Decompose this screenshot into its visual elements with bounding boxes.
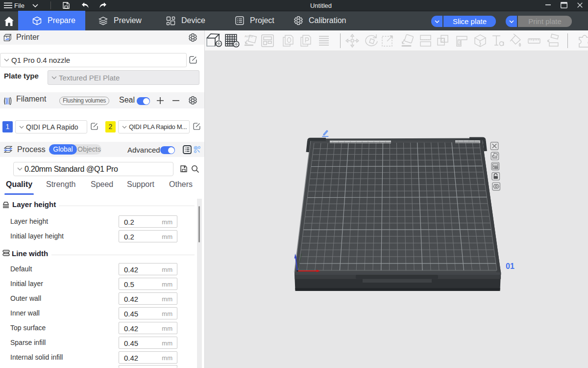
svg-text:01: 01 bbox=[506, 262, 514, 270]
